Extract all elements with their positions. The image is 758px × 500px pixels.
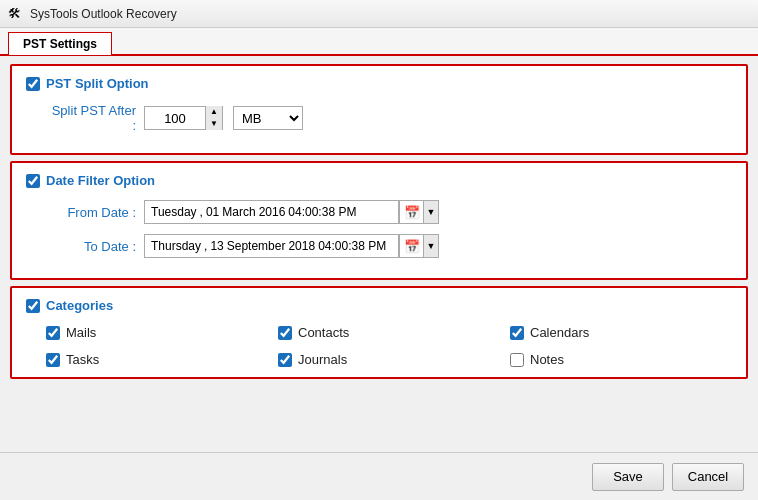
from-day-num: 01 [206,205,219,219]
from-time: 04:00:38 PM [288,205,356,219]
split-value-spinner[interactable]: 100 ▲ ▼ [144,106,223,130]
category-item: Journals [278,352,500,367]
categories-header: Categories [26,298,732,313]
cancel-button[interactable]: Cancel [672,463,744,491]
save-button[interactable]: Save [592,463,664,491]
from-cal-arrow[interactable]: ▼ [424,201,438,223]
to-date-row: To Date : Thursday , 13 September 2018 0… [26,234,732,258]
tab-pst-settings[interactable]: PST Settings [8,32,112,55]
title-bar-text: SysTools Outlook Recovery [30,7,177,21]
category-item: Calendars [510,325,732,340]
category-checkbox-journals[interactable] [278,353,292,367]
category-label-notes: Notes [530,352,564,367]
category-label-contacts: Contacts [298,325,349,340]
category-checkbox-notes[interactable] [510,353,524,367]
to-day-num: 13 [210,239,223,253]
from-year: 2016 [259,205,286,219]
to-year: 2018 [288,239,315,253]
to-cal-icon[interactable]: 📅 [400,235,424,257]
category-label-calendars: Calendars [530,325,589,340]
category-item: Mails [46,325,268,340]
date-filter-section: Date Filter Option From Date : Tuesday ,… [10,161,748,280]
from-month: March [222,205,255,219]
pst-split-title: PST Split Option [46,76,149,91]
category-item: Contacts [278,325,500,340]
app-icon: 🛠 [8,6,24,22]
from-day: Tuesday [151,205,197,219]
title-bar: 🛠 SysTools Outlook Recovery [0,0,758,28]
bottom-bar: Save Cancel [0,452,758,500]
to-cal-group[interactable]: 📅 ▼ [399,234,439,258]
to-date-group: Thursday , 13 September 2018 04:00:38 PM… [144,234,439,258]
category-label-journals: Journals [298,352,347,367]
pst-split-header: PST Split Option [26,76,732,91]
split-value-input[interactable]: 100 [145,107,205,129]
from-date-display[interactable]: Tuesday , 01 March 2016 04:00:38 PM [144,200,399,224]
category-label-tasks: Tasks [66,352,99,367]
categories-checkbox[interactable] [26,299,40,313]
from-date-group: Tuesday , 01 March 2016 04:00:38 PM 📅 ▼ [144,200,439,224]
to-cal-arrow[interactable]: ▼ [424,235,438,257]
pst-split-checkbox[interactable] [26,77,40,91]
to-date-label: To Date : [46,239,136,254]
category-checkbox-tasks[interactable] [46,353,60,367]
date-filter-checkbox[interactable] [26,174,40,188]
categories-section: Categories MailsContactsCalendarsTasksJo… [10,286,748,379]
category-item: Notes [510,352,732,367]
to-comma: , [204,239,207,253]
from-comma: , [200,205,203,219]
category-checkbox-contacts[interactable] [278,326,292,340]
spin-down-button[interactable]: ▼ [206,118,222,130]
to-month: September [227,239,286,253]
from-date-label: From Date : [46,205,136,220]
pst-split-section: PST Split Option Split PST After : 100 ▲… [10,64,748,155]
to-day: Thursday [151,239,201,253]
tab-bar: PST Settings [0,28,758,56]
unit-select[interactable]: MB GB [233,106,303,130]
split-pst-row: Split PST After : 100 ▲ ▼ MB GB [26,103,732,133]
category-checkbox-mails[interactable] [46,326,60,340]
spin-up-button[interactable]: ▲ [206,106,222,118]
category-checkbox-calendars[interactable] [510,326,524,340]
from-cal-group[interactable]: 📅 ▼ [399,200,439,224]
to-time: 04:00:38 PM [318,239,386,253]
to-date-display[interactable]: Thursday , 13 September 2018 04:00:38 PM [144,234,399,258]
spin-buttons: ▲ ▼ [205,106,222,130]
from-cal-icon[interactable]: 📅 [400,201,424,223]
from-date-row: From Date : Tuesday , 01 March 2016 04:0… [26,200,732,224]
category-label-mails: Mails [66,325,96,340]
main-content: PST Split Option Split PST After : 100 ▲… [0,56,758,452]
date-filter-title: Date Filter Option [46,173,155,188]
category-item: Tasks [46,352,268,367]
categories-grid: MailsContactsCalendarsTasksJournalsNotes [26,325,732,367]
date-filter-header: Date Filter Option [26,173,732,188]
categories-title: Categories [46,298,113,313]
split-label: Split PST After : [46,103,136,133]
